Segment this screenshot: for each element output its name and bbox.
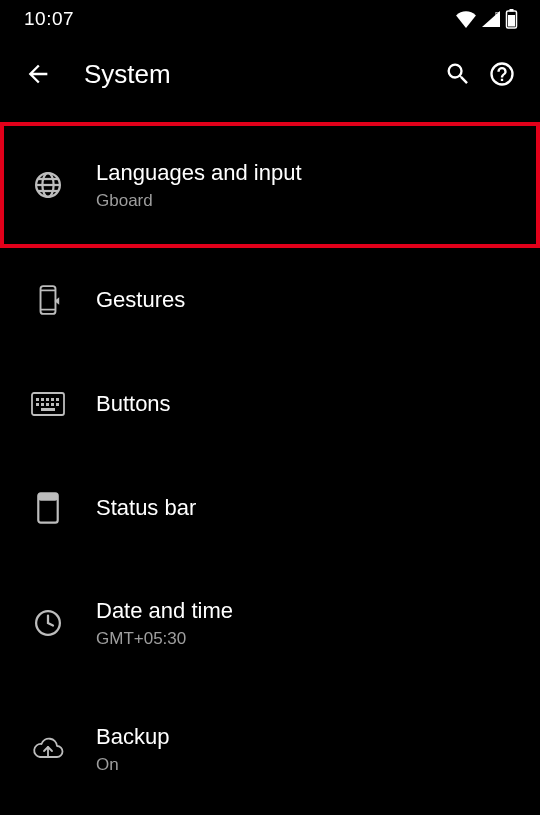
svg-text:R: R — [495, 11, 500, 18]
cloud-upload-icon — [0, 736, 96, 762]
arrow-back-icon — [24, 60, 52, 88]
row-title: Buttons — [96, 390, 520, 418]
svg-rect-2 — [510, 9, 514, 12]
settings-list: Languages and input Gboard Gestures Bu — [0, 110, 540, 815]
row-title: Date and time — [96, 597, 520, 625]
svg-rect-18 — [56, 398, 59, 401]
row-status-bar[interactable]: Status bar — [0, 456, 540, 560]
back-button[interactable] — [16, 52, 60, 96]
status-bar: 10:07 R — [0, 0, 540, 38]
search-icon — [444, 60, 472, 88]
row-backup[interactable]: Backup On — [0, 686, 540, 812]
row-title: Status bar — [96, 494, 520, 522]
row-subtitle: Gboard — [96, 191, 520, 211]
svg-rect-20 — [41, 403, 44, 406]
signal-icon: R — [481, 10, 501, 28]
keyboard-icon — [0, 392, 96, 416]
svg-rect-15 — [41, 398, 44, 401]
screen: { "status_bar": { "time": "10:07" }, "he… — [0, 0, 540, 815]
battery-icon — [505, 9, 518, 29]
status-icons: R — [455, 9, 518, 29]
status-time: 10:07 — [24, 8, 74, 30]
svg-rect-16 — [46, 398, 49, 401]
row-title: Backup — [96, 723, 520, 751]
row-buttons[interactable]: Buttons — [0, 352, 540, 456]
row-title: Languages and input — [96, 159, 520, 187]
svg-rect-19 — [36, 403, 39, 406]
clock-icon — [0, 608, 96, 638]
svg-rect-22 — [51, 403, 54, 406]
wifi-icon — [455, 10, 477, 28]
app-bar: System — [0, 38, 540, 110]
svg-rect-24 — [41, 408, 55, 411]
svg-rect-26 — [38, 493, 57, 500]
help-button[interactable] — [480, 52, 524, 96]
globe-icon — [0, 170, 96, 200]
status-bar-icon — [0, 491, 96, 525]
row-gestures[interactable]: Gestures — [0, 248, 540, 352]
gestures-icon — [0, 284, 96, 316]
help-icon — [488, 60, 516, 88]
svg-rect-3 — [508, 15, 515, 27]
svg-rect-14 — [36, 398, 39, 401]
row-subtitle: On — [96, 755, 520, 775]
row-date-time[interactable]: Date and time GMT+05:30 — [0, 560, 540, 686]
page-title: System — [60, 59, 436, 90]
svg-rect-21 — [46, 403, 49, 406]
row-title: Gestures — [96, 286, 520, 314]
svg-rect-17 — [51, 398, 54, 401]
svg-rect-23 — [56, 403, 59, 406]
row-subtitle: GMT+05:30 — [96, 629, 520, 649]
search-button[interactable] — [436, 52, 480, 96]
row-languages-input[interactable]: Languages and input Gboard — [0, 122, 540, 248]
